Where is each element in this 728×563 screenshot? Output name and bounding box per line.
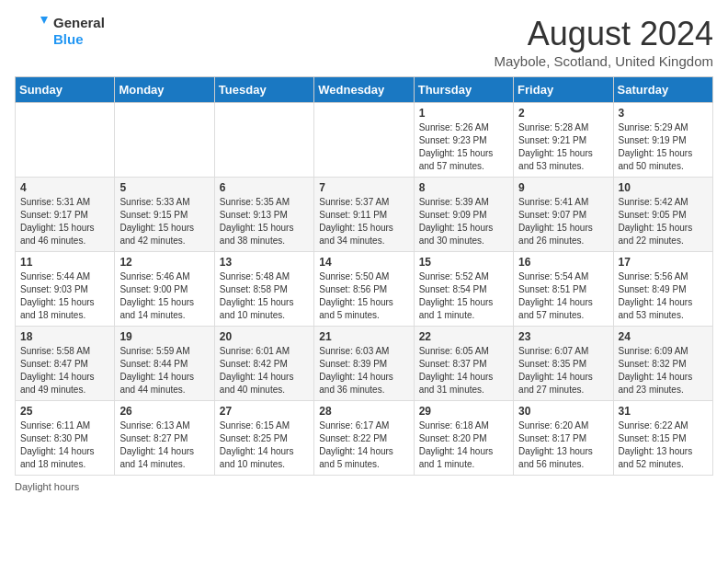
calendar-table: SundayMondayTuesdayWednesdayThursdayFrid… (15, 76, 713, 476)
calendar-cell: 2Sunrise: 5:28 AMSunset: 9:21 PMDaylight… (514, 103, 613, 178)
day-number: 26 (119, 405, 209, 418)
day-number: 24 (619, 330, 708, 343)
day-info: Sunrise: 6:09 AMSunset: 8:32 PMDaylight:… (619, 345, 708, 396)
day-info: Sunrise: 5:33 AMSunset: 9:15 PMDaylight:… (119, 196, 209, 247)
logo-icon (15, 15, 48, 48)
svg-marker-0 (40, 17, 48, 24)
calendar-day-header: Saturday (613, 77, 712, 103)
day-number: 4 (20, 181, 109, 194)
calendar-cell: 16Sunrise: 5:54 AMSunset: 8:51 PMDayligh… (514, 252, 613, 327)
calendar-day-header: Sunday (16, 77, 115, 103)
calendar-day-header: Thursday (414, 77, 513, 103)
calendar-cell: 17Sunrise: 5:56 AMSunset: 8:49 PMDayligh… (613, 252, 712, 327)
calendar-cell: 24Sunrise: 6:09 AMSunset: 8:32 PMDayligh… (613, 327, 712, 401)
calendar-cell: 25Sunrise: 6:11 AMSunset: 8:30 PMDayligh… (16, 401, 115, 476)
day-number: 6 (220, 181, 309, 194)
calendar-header-row: SundayMondayTuesdayWednesdayThursdayFrid… (16, 77, 713, 103)
day-info: Sunrise: 5:37 AMSunset: 9:11 PMDaylight:… (319, 196, 408, 247)
calendar-cell: 26Sunrise: 6:13 AMSunset: 8:27 PMDayligh… (115, 401, 214, 476)
day-number: 23 (518, 330, 608, 343)
calendar-cell: 27Sunrise: 6:15 AMSunset: 8:25 PMDayligh… (214, 401, 313, 476)
calendar-day-header: Friday (514, 77, 613, 103)
calendar-cell: 21Sunrise: 6:03 AMSunset: 8:39 PMDayligh… (314, 327, 414, 401)
day-number: 1 (419, 107, 508, 120)
day-info: Sunrise: 5:46 AMSunset: 9:00 PMDaylight:… (119, 270, 209, 322)
calendar-cell: 7Sunrise: 5:37 AMSunset: 9:11 PMDaylight… (314, 178, 414, 252)
calendar-cell (214, 103, 313, 178)
calendar-cell: 12Sunrise: 5:46 AMSunset: 9:00 PMDayligh… (115, 252, 214, 327)
day-number: 2 (518, 107, 608, 120)
calendar-cell: 23Sunrise: 6:07 AMSunset: 8:35 PMDayligh… (514, 327, 613, 401)
day-number: 3 (619, 107, 708, 120)
calendar-cell (314, 103, 414, 178)
day-info: Sunrise: 6:22 AMSunset: 8:15 PMDaylight:… (619, 419, 708, 471)
day-info: Sunrise: 5:52 AMSunset: 8:54 PMDaylight:… (419, 270, 508, 322)
day-info: Sunrise: 5:29 AMSunset: 9:19 PMDaylight:… (619, 121, 708, 173)
calendar-cell (16, 103, 115, 178)
day-info: Sunrise: 6:05 AMSunset: 8:37 PMDaylight:… (419, 345, 508, 396)
calendar-cell: 20Sunrise: 6:01 AMSunset: 8:42 PMDayligh… (214, 327, 313, 401)
day-info: Sunrise: 5:39 AMSunset: 9:09 PMDaylight:… (419, 196, 508, 247)
logo: General Blue (15, 15, 105, 48)
day-info: Sunrise: 5:31 AMSunset: 9:17 PMDaylight:… (20, 196, 109, 247)
calendar-week-row: 11Sunrise: 5:44 AMSunset: 9:03 PMDayligh… (16, 252, 713, 327)
page-header: General Blue August 2024 Maybole, Scotla… (15, 15, 713, 69)
calendar-cell: 15Sunrise: 5:52 AMSunset: 8:54 PMDayligh… (414, 252, 513, 327)
day-info: Sunrise: 5:44 AMSunset: 9:03 PMDaylight:… (20, 270, 109, 322)
day-info: Sunrise: 6:15 AMSunset: 8:25 PMDaylight:… (220, 419, 309, 471)
calendar-day-header: Wednesday (314, 77, 414, 103)
day-number: 16 (518, 256, 608, 269)
day-number: 19 (119, 330, 209, 343)
day-number: 28 (319, 405, 408, 418)
logo-blue-text: Blue (53, 31, 105, 48)
day-info: Sunrise: 6:20 AMSunset: 8:17 PMDaylight:… (518, 419, 608, 471)
day-number: 31 (619, 405, 708, 418)
day-number: 11 (20, 256, 109, 269)
calendar-cell: 19Sunrise: 5:59 AMSunset: 8:44 PMDayligh… (115, 327, 214, 401)
day-number: 25 (20, 405, 109, 418)
day-number: 20 (220, 330, 309, 343)
day-info: Sunrise: 6:03 AMSunset: 8:39 PMDaylight:… (319, 345, 408, 396)
calendar-cell: 6Sunrise: 5:35 AMSunset: 9:13 PMDaylight… (214, 178, 313, 252)
calendar-cell: 29Sunrise: 6:18 AMSunset: 8:20 PMDayligh… (414, 401, 513, 476)
calendar-week-row: 4Sunrise: 5:31 AMSunset: 9:17 PMDaylight… (16, 178, 713, 252)
calendar-week-row: 1Sunrise: 5:26 AMSunset: 9:23 PMDaylight… (16, 103, 713, 178)
day-number: 7 (319, 181, 408, 194)
day-number: 12 (119, 256, 209, 269)
day-info: Sunrise: 6:13 AMSunset: 8:27 PMDaylight:… (119, 419, 209, 471)
day-number: 5 (119, 181, 209, 194)
month-title: August 2024 (495, 15, 713, 53)
footer: Daylight hours (15, 481, 713, 492)
day-info: Sunrise: 5:48 AMSunset: 8:58 PMDaylight:… (220, 270, 309, 322)
day-number: 27 (220, 405, 309, 418)
day-info: Sunrise: 5:50 AMSunset: 8:56 PMDaylight:… (319, 270, 408, 322)
location: Maybole, Scotland, United Kingdom (495, 53, 713, 69)
day-number: 21 (319, 330, 408, 343)
day-number: 30 (518, 405, 608, 418)
day-number: 9 (518, 181, 608, 194)
daylight-label: Daylight hours (15, 481, 79, 492)
calendar-week-row: 25Sunrise: 6:11 AMSunset: 8:30 PMDayligh… (16, 401, 713, 476)
calendar-cell: 28Sunrise: 6:17 AMSunset: 8:22 PMDayligh… (314, 401, 414, 476)
calendar-cell: 9Sunrise: 5:41 AMSunset: 9:07 PMDaylight… (514, 178, 613, 252)
calendar-cell (115, 103, 214, 178)
day-info: Sunrise: 5:26 AMSunset: 9:23 PMDaylight:… (419, 121, 508, 173)
logo-general-text: General (53, 15, 105, 31)
calendar-cell: 13Sunrise: 5:48 AMSunset: 8:58 PMDayligh… (214, 252, 313, 327)
day-number: 18 (20, 330, 109, 343)
day-info: Sunrise: 5:35 AMSunset: 9:13 PMDaylight:… (220, 196, 309, 247)
day-info: Sunrise: 6:01 AMSunset: 8:42 PMDaylight:… (220, 345, 309, 396)
day-info: Sunrise: 5:58 AMSunset: 8:47 PMDaylight:… (20, 345, 109, 396)
day-info: Sunrise: 5:42 AMSunset: 9:05 PMDaylight:… (619, 196, 708, 247)
calendar-cell: 11Sunrise: 5:44 AMSunset: 9:03 PMDayligh… (16, 252, 115, 327)
title-area: August 2024 Maybole, Scotland, United Ki… (495, 15, 713, 69)
calendar-cell: 3Sunrise: 5:29 AMSunset: 9:19 PMDaylight… (613, 103, 712, 178)
calendar-cell: 14Sunrise: 5:50 AMSunset: 8:56 PMDayligh… (314, 252, 414, 327)
day-info: Sunrise: 6:11 AMSunset: 8:30 PMDaylight:… (20, 419, 109, 471)
day-number: 15 (419, 256, 508, 269)
day-number: 14 (319, 256, 408, 269)
calendar-body: 1Sunrise: 5:26 AMSunset: 9:23 PMDaylight… (16, 103, 713, 476)
day-info: Sunrise: 5:59 AMSunset: 8:44 PMDaylight:… (119, 345, 209, 396)
day-number: 22 (419, 330, 508, 343)
day-number: 29 (419, 405, 508, 418)
